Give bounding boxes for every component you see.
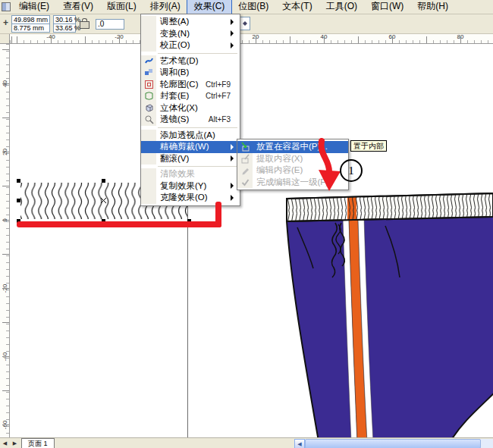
extrude-icon [144,103,154,113]
status-bar: ◀ ▶ 页面 1 ◀ [0,437,493,448]
menu-item-rollover[interactable]: 翻滚(V) [141,153,240,165]
menu-item-blend[interactable]: 调和(B) [141,67,240,79]
menu-help[interactable]: 帮助(H) [410,0,455,14]
menu-item-clone-effect[interactable]: 克隆效果(O) [141,192,240,204]
property-bar: + % % [0,14,493,34]
menu-edit[interactable]: 编辑(E) [12,0,56,14]
menu-separator [158,166,237,167]
menu-item-artistic-media[interactable]: 艺术笔(D) [141,55,240,67]
menu-view[interactable]: 查看(V) [56,0,100,14]
extract-contents-icon [240,154,250,164]
menu-separator [158,53,237,54]
ruler-number: 80 [457,33,464,40]
ruler-number: -60 [2,420,8,430]
menu-item-envelope[interactable]: 封套(E) Ctrl+F7 [141,90,240,102]
menu-layout[interactable]: 版面(L) [100,0,143,14]
red-underline-annotation [17,221,221,227]
spinner-buttons[interactable] [240,17,250,30]
blend-icon [144,67,154,77]
object-y-field[interactable] [11,23,50,33]
lens-icon [144,114,154,124]
menu-text[interactable]: 文本(T) [275,0,319,14]
menu-item-add-perspective[interactable]: 添加透视点(A) [141,130,240,142]
place-inside-container-icon [240,142,250,152]
horizontal-ruler[interactable]: -40 -20 20 40 60 80 [10,33,493,44]
menu-bitmaps[interactable]: 位图(B) [231,0,275,14]
step-1-circle-annotation: 1 [340,159,363,182]
next-page-button[interactable]: ▶ [10,439,20,448]
object-position-icon: + [2,17,10,30]
vertical-ruler[interactable]: 40 20 0 -20 -40 -60 [0,44,10,437]
ruler-number: 40 [2,79,8,89]
envelope-icon [144,91,154,101]
ruler-number: -40 [2,352,8,362]
menu-window[interactable]: 窗口(W) [364,0,410,14]
coreldraw-window: 编辑(E) 查看(V) 版面(L) 排列(A) 效果(C) 位图(B) 文本(T… [0,0,493,448]
menu-item-powerclip[interactable]: 精确剪裁(W) [141,141,240,153]
ruler-number: -20 [115,33,124,40]
page-tab[interactable]: 页面 1 [21,438,55,448]
menu-item-adjust[interactable]: 调整(A) [141,16,240,28]
ruler-number: 20 [2,147,8,157]
drawing-canvas[interactable]: 1 [10,44,493,437]
edit-contents-icon [240,165,250,175]
menu-item-lens[interactable]: 透镜(S) Alt+F3 [141,114,240,126]
rotation-angle-field[interactable] [96,19,124,30]
menu-item-contour[interactable]: 轮廓图(C) Ctrl+F9 [141,79,240,91]
ruler-number: 40 [321,33,328,40]
ruler-number: 20 [253,33,259,40]
tooltip: 置于内部 [350,140,387,152]
red-underline-hook-annotation [215,202,221,227]
horizontal-scrollbar[interactable]: ◀ [294,439,493,448]
menu-arrange[interactable]: 排列(A) [143,0,187,14]
prev-page-button[interactable]: ◀ [0,439,10,448]
contour-icon [144,80,154,89]
ruler-number: -40 [46,33,55,40]
menu-separator [158,127,237,128]
scroll-left-button[interactable]: ◀ [294,439,305,448]
ruler-number: 60 [389,33,396,40]
pants-drawing[interactable] [272,188,493,437]
ruler-number: 0 [2,215,8,225]
menu-item-clear-effect[interactable]: 清除效果 [141,168,240,180]
menu-item-correction[interactable]: 校正(O) [141,39,240,52]
menubar: 编辑(E) 查看(V) 版面(L) 排列(A) 效果(C) 位图(B) 文本(T… [0,0,493,14]
menu-item-transform[interactable]: 变换(N) [141,28,240,40]
effects-dropdown-menu: 调整(A) 变换(N) 校正(O) 艺术笔(D) 调和(B) 轮廓图(C) Ct… [140,14,240,206]
menu-item-extrude[interactable]: 立体化(X) [141,102,240,114]
ruler-corner [0,33,10,44]
pants-body[interactable] [287,215,493,437]
scale-y-field[interactable] [53,23,76,33]
finish-editing-icon [240,177,250,187]
menu-item-copy-effect[interactable]: 复制效果(Y) [141,180,240,193]
nonproportional-scaling-lock-icon[interactable] [80,21,89,29]
ruler-number: -20 [2,284,8,293]
menu-effects[interactable]: 效果(C) [187,0,232,14]
artistic-media-icon [144,56,154,66]
scrollbar-thumb[interactable] [305,439,481,448]
menu-tools[interactable]: 工具(O) [319,0,364,14]
app-icon [2,2,11,11]
